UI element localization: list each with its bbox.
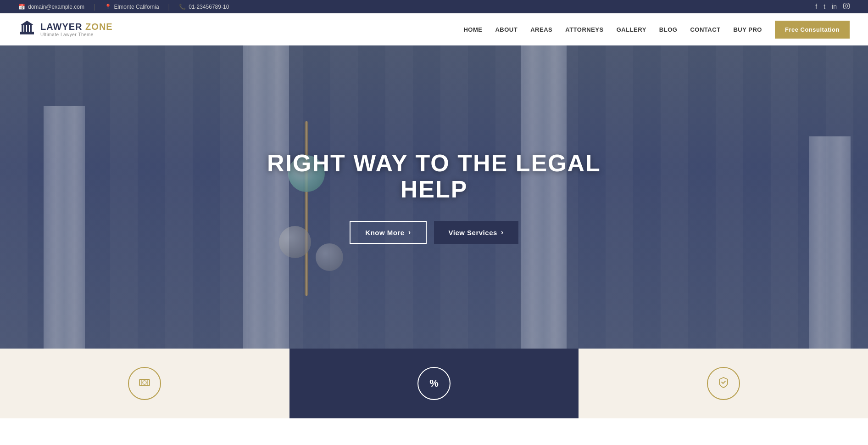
hero-section: RIGHT WAY TO THE LEGAL HELP Know More › … [0, 45, 868, 349]
svg-rect-3 [27, 25, 29, 32]
nav-areas[interactable]: AREAS [530, 26, 552, 33]
facebook-icon[interactable]: f [815, 3, 817, 11]
twitter-icon[interactable]: t [823, 3, 825, 11]
header: LAWYER ZONE Ultimate Lawyer Theme HOME A… [0, 13, 868, 45]
instagram-icon[interactable] [843, 3, 850, 11]
topbar-location-item[interactable]: 📍 Elmonte California [105, 4, 159, 10]
view-services-button[interactable]: View Services › [434, 221, 518, 244]
shield-icon-circle [707, 367, 740, 400]
free-consultation-button[interactable]: Free Consultation [775, 21, 850, 39]
view-services-label: View Services [449, 229, 497, 237]
logo[interactable]: LAWYER ZONE Ultimate Lawyer Theme [18, 19, 113, 40]
percent-icon-circle: % [417, 367, 451, 400]
hero-title: RIGHT WAY TO THE LEGAL HELP [260, 150, 608, 203]
logo-text-block: LAWYER ZONE Ultimate Lawyer Theme [40, 22, 113, 37]
social-links: f t in [815, 3, 850, 11]
phone-icon: 📞 [179, 4, 186, 10]
nav-blog[interactable]: BLOG [659, 26, 678, 33]
calendar-icon: 📅 [18, 4, 25, 10]
logo-tagline: Ultimate Lawyer Theme [40, 32, 113, 37]
svg-point-8 [143, 381, 146, 384]
topbar-divider-2: | [168, 3, 170, 11]
feature-cards-row: % [0, 349, 868, 418]
view-services-arrow: › [501, 228, 504, 237]
topbar-location: Elmonte California [114, 4, 159, 10]
logo-building-icon [18, 19, 36, 40]
shield-icon [717, 376, 730, 392]
nav-buy-pro[interactable]: BUY PRO [733, 26, 762, 33]
nav-contact[interactable]: CONTACT [690, 26, 720, 33]
main-nav: HOME ABOUT AREAS ATTORNEYS GALLERY BLOG … [463, 21, 850, 39]
nav-attorneys[interactable]: ATTORNEYS [565, 26, 603, 33]
topbar-phone-item[interactable]: 📞 01-23456789-10 [179, 4, 229, 10]
topbar-phone: 01-23456789-10 [189, 4, 229, 10]
topbar-divider-1: | [94, 3, 95, 11]
svg-rect-1 [22, 25, 23, 32]
logo-name: LAWYER ZONE [40, 22, 113, 32]
hero-content: RIGHT WAY TO THE LEGAL HELP Know More › … [250, 150, 618, 244]
topbar-email: domain@example.com [28, 4, 84, 10]
linkedin-icon[interactable]: in [832, 3, 837, 11]
svg-rect-6 [23, 23, 31, 25]
location-icon: 📍 [105, 4, 111, 10]
know-more-label: Know More [365, 229, 404, 237]
nav-about[interactable]: ABOUT [495, 26, 517, 33]
money-icon [138, 376, 151, 392]
card-percent[interactable]: % [289, 349, 579, 418]
topbar: 📅 domain@example.com | 📍 Elmonte Califor… [0, 0, 868, 13]
card-money[interactable] [0, 349, 289, 418]
percent-icon: % [429, 377, 439, 389]
svg-rect-0 [20, 32, 34, 34]
money-icon-circle [128, 367, 161, 400]
card-shield[interactable] [579, 349, 868, 418]
svg-rect-4 [30, 25, 32, 32]
logo-zone: ZONE [83, 22, 113, 32]
nav-home[interactable]: HOME [463, 26, 482, 33]
know-more-arrow: › [408, 228, 411, 237]
svg-rect-2 [24, 25, 26, 32]
nav-gallery[interactable]: GALLERY [617, 26, 646, 33]
know-more-button[interactable]: Know More › [350, 221, 426, 244]
hero-buttons: Know More › View Services › [260, 221, 608, 244]
topbar-email-item[interactable]: 📅 domain@example.com [18, 4, 84, 10]
logo-lawyer: LAWYER [40, 22, 83, 32]
svg-rect-7 [139, 379, 150, 386]
topbar-contact-info: 📅 domain@example.com | 📍 Elmonte Califor… [18, 3, 229, 11]
